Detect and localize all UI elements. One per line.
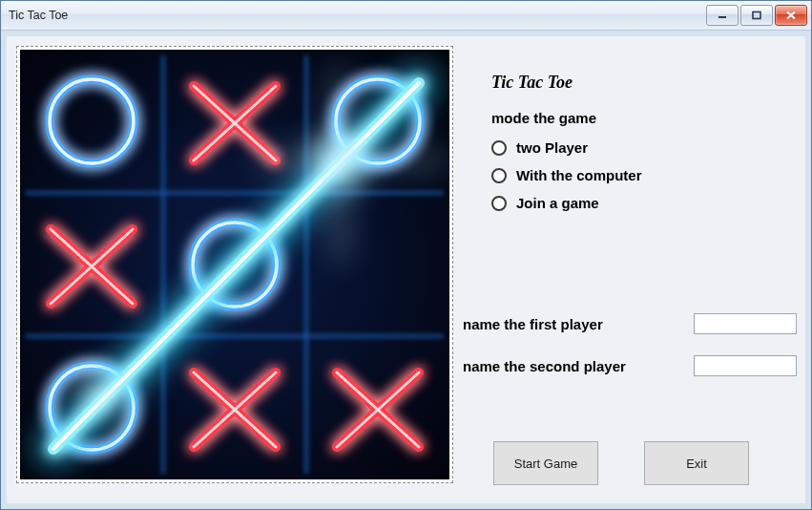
svg-rect-1 xyxy=(753,12,760,19)
titlebar: Tic Tac Toe xyxy=(1,1,811,31)
radio-two-player[interactable]: two Player xyxy=(491,139,793,156)
player1-input[interactable] xyxy=(694,313,797,334)
exit-button[interactable]: Exit xyxy=(644,441,749,485)
radio-label: Join a game xyxy=(516,195,599,211)
maximize-button[interactable] xyxy=(740,5,773,26)
player2-label: name the second player xyxy=(463,358,626,374)
player2-input[interactable] xyxy=(694,355,797,376)
maximize-icon xyxy=(751,11,762,20)
minimize-button[interactable] xyxy=(706,5,739,26)
window-title: Tic Tac Toe xyxy=(9,9,68,22)
button-label: Start Game xyxy=(514,457,577,471)
close-button[interactable] xyxy=(775,5,807,26)
player1-label: name the first player xyxy=(463,316,603,332)
radio-with-computer[interactable]: With the computer xyxy=(491,167,793,183)
svg-point-40 xyxy=(84,376,118,411)
start-game-button[interactable]: Start Game xyxy=(493,441,598,485)
player1-row: name the first player xyxy=(463,313,797,334)
button-row: Start Game Exit xyxy=(493,441,780,485)
player-name-form: name the first player name the second pl… xyxy=(463,313,797,397)
radio-label: two Player xyxy=(516,139,588,156)
radio-label: With the computer xyxy=(516,167,642,183)
game-board-image xyxy=(16,46,453,483)
radio-icon xyxy=(491,196,507,211)
close-icon xyxy=(785,11,797,20)
client-area: Tic Tac Toe mode the game two Player Wit… xyxy=(7,36,805,503)
player2-row: name the second player xyxy=(463,355,797,376)
minimize-icon xyxy=(717,11,728,20)
window-controls xyxy=(706,5,807,26)
panel-heading: Tic Tac Toe xyxy=(491,73,793,93)
radio-join-game[interactable]: Join a game xyxy=(491,195,793,211)
mode-label: mode the game xyxy=(491,110,793,126)
radio-icon xyxy=(491,168,507,183)
application-window: Tic Tac Toe xyxy=(0,0,812,510)
settings-panel: Tic Tac Toe mode the game two Player Wit… xyxy=(491,73,793,223)
radio-icon xyxy=(491,140,507,156)
button-label: Exit xyxy=(686,457,707,471)
